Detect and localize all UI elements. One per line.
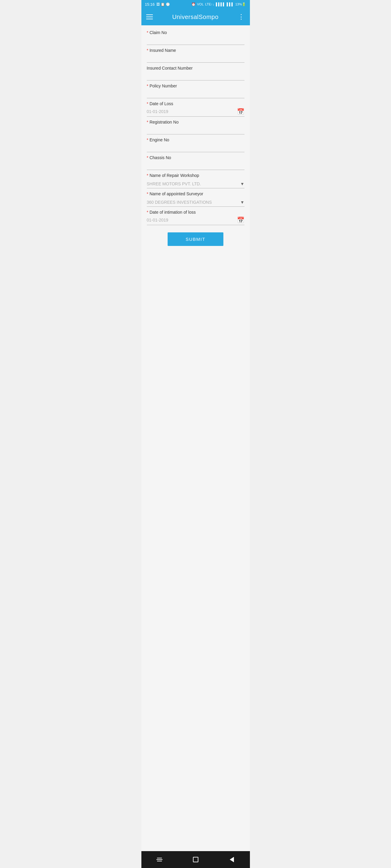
repair-workshop-dropdown-arrow: ▼ xyxy=(240,181,244,186)
insured-contact-input[interactable] xyxy=(147,72,244,81)
date-intimation-field: * Date of intimation of loss 📅 xyxy=(147,210,244,225)
submit-btn-wrapper: SUBMIT xyxy=(147,232,244,246)
calendar-icon-loss[interactable]: 📅 xyxy=(237,108,244,115)
status-time: 15:16 🖼 📋 🕐 xyxy=(145,2,170,7)
insured-name-field: * Insured Name xyxy=(147,48,244,63)
chassis-no-label: * Chassis No xyxy=(147,155,244,160)
engine-no-field: * Engine No xyxy=(147,137,244,152)
nav-recent-button[interactable] xyxy=(153,854,166,866)
repair-workshop-select[interactable]: SHREE MOTORS PVT. LTD. SHREE MOTORS PVT.… xyxy=(147,181,240,186)
form-container: * Claim No * Insured Name Insured Contac… xyxy=(141,25,250,851)
policy-number-field: * Policy Number xyxy=(147,84,244,98)
surveyor-wrapper: 360 DEGREES INVESTIGATIONS 360 DEGREES I… xyxy=(147,198,244,207)
date-of-loss-input[interactable] xyxy=(147,108,237,115)
repair-workshop-field: * Name of Repair Workshop SHREE MOTORS P… xyxy=(147,173,244,188)
date-intimation-label: * Date of intimation of loss xyxy=(147,210,244,215)
insured-contact-label: Insured Contact Number xyxy=(147,66,244,70)
claim-no-input[interactable] xyxy=(147,37,244,45)
recent-apps-icon xyxy=(156,858,162,861)
engine-no-label: * Engine No xyxy=(147,137,244,142)
toolbar: UniversalSompo ⋮ xyxy=(141,8,250,25)
repair-workshop-wrapper: SHREE MOTORS PVT. LTD. SHREE MOTORS PVT.… xyxy=(147,180,244,188)
nav-back-button[interactable] xyxy=(226,854,238,866)
policy-number-input[interactable] xyxy=(147,90,244,98)
date-of-loss-field: * Date of Loss 📅 xyxy=(147,101,244,117)
date-of-loss-label: * Date of Loss xyxy=(147,101,244,106)
claim-no-label: * Claim No xyxy=(147,30,244,35)
submit-button[interactable]: SUBMIT xyxy=(168,232,224,246)
status-right: ⏰ VOL LTE↑↓ ▌▌▌▌ ▌▌▌ 13%🔋 xyxy=(191,2,246,6)
registration-no-field: * Registration No xyxy=(147,120,244,134)
calendar-icon-intimation[interactable]: 📅 xyxy=(237,216,244,224)
surveyor-label: * Name of appointed Surveyor xyxy=(147,191,244,196)
hamburger-icon[interactable] xyxy=(146,14,153,19)
date-intimation-wrapper: 📅 xyxy=(147,216,244,225)
policy-number-label: * Policy Number xyxy=(147,84,244,88)
date-intimation-input[interactable] xyxy=(147,216,237,224)
chassis-no-field: * Chassis No xyxy=(147,155,244,170)
back-icon xyxy=(230,857,234,862)
insured-name-input[interactable] xyxy=(147,55,244,63)
home-icon xyxy=(193,857,198,862)
engine-no-input[interactable] xyxy=(147,144,244,152)
surveyor-dropdown-arrow: ▼ xyxy=(240,200,244,205)
toolbar-title: UniversalSompo xyxy=(172,13,218,21)
nav-home-button[interactable] xyxy=(190,854,202,866)
claim-no-field: * Claim No xyxy=(147,30,244,45)
more-options-icon[interactable]: ⋮ xyxy=(238,13,245,20)
registration-no-input[interactable] xyxy=(147,126,244,134)
date-of-loss-wrapper: 📅 xyxy=(147,108,244,117)
status-bar: 15:16 🖼 📋 🕐 ⏰ VOL LTE↑↓ ▌▌▌▌ ▌▌▌ 13%🔋 xyxy=(141,0,250,8)
nav-bar xyxy=(141,851,250,868)
repair-workshop-label: * Name of Repair Workshop xyxy=(147,173,244,178)
registration-no-label: * Registration No xyxy=(147,120,244,124)
insured-name-label: * Insured Name xyxy=(147,48,244,53)
surveyor-field: * Name of appointed Surveyor 360 DEGREES… xyxy=(147,191,244,207)
insured-contact-field: Insured Contact Number xyxy=(147,66,244,81)
chassis-no-input[interactable] xyxy=(147,162,244,170)
surveyor-select[interactable]: 360 DEGREES INVESTIGATIONS 360 DEGREES I… xyxy=(147,200,240,205)
